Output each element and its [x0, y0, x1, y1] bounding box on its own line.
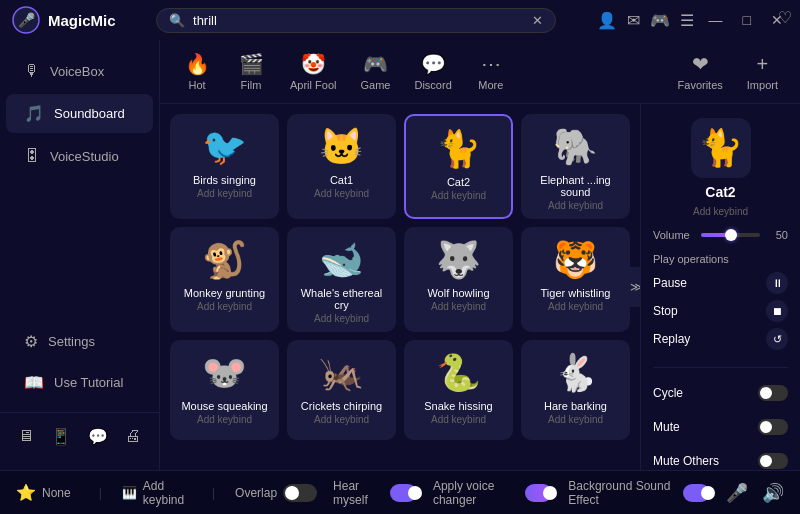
birds-keybind[interactable]: Add keybind [197, 188, 252, 199]
settings-icon: ⚙ [24, 332, 38, 351]
monkey-keybind[interactable]: Add keybind [197, 301, 252, 312]
sound-grid-container: 🐦 Birds singing Add keybind 🐱 Cat1 Add k… [160, 104, 640, 470]
add-keybind-button[interactable]: 🎹 Add keybind [122, 479, 192, 507]
wolf-keybind[interactable]: Add keybind [431, 301, 486, 312]
tab-more[interactable]: ⋯ More [466, 48, 516, 95]
tab-import[interactable]: + Import [737, 49, 788, 95]
mute-others-row: Mute Others [653, 450, 788, 470]
sound-card-cat2[interactable]: 🐈 Cat2 Add keybind [404, 114, 513, 219]
hare-keybind[interactable]: Add keybind [548, 414, 603, 425]
cat1-keybind[interactable]: Add keybind [314, 188, 369, 199]
print-icon[interactable]: 🖨 [121, 423, 145, 450]
mouse-keybind[interactable]: Add keybind [197, 414, 252, 425]
apply-voice-toggle[interactable] [525, 484, 552, 502]
monkey-emoji: 🐒 [202, 239, 247, 281]
tiger-keybind[interactable]: Add keybind [548, 301, 603, 312]
clear-search-icon[interactable]: ✕ [532, 13, 543, 28]
hare-title: Hare barking [544, 400, 607, 412]
category-tabs: 🔥 Hot 🎬 Film 🤡 April Fool 🎮 Game 💬 Disco… [160, 40, 800, 104]
crickets-keybind[interactable]: Add keybind [314, 414, 369, 425]
tab-favorites[interactable]: ❤ Favorites [668, 48, 733, 95]
stop-button[interactable]: ⏹ [766, 300, 788, 322]
tab-game[interactable]: 🎮 Game [350, 48, 400, 95]
sidebar-bottom-icons: 🖥 📱 💬 🖨 [0, 412, 159, 450]
sound-card-elephant[interactable]: 🐘 Elephant ...ing sound Add keybind [521, 114, 630, 219]
bottom-bar: ⭐ None | 🎹 Add keybind | Overlap Hear my… [0, 470, 800, 514]
sidebar-item-voicebox[interactable]: 🎙 VoiceBox [6, 52, 153, 90]
cycle-toggle[interactable] [758, 385, 788, 401]
voicebox-icon: 🎙 [24, 62, 40, 80]
game-icon[interactable]: 🎮 [650, 11, 670, 30]
volume-thumb[interactable] [725, 229, 737, 241]
overlap-toggle[interactable] [283, 484, 317, 502]
detail-panel: ♡ 🐈 Cat2 Add keybind Volume 50 [640, 104, 800, 470]
sidebar-label-voicestudio: VoiceStudio [50, 149, 119, 164]
content-area: 🔥 Hot 🎬 Film 🤡 April Fool 🎮 Game 💬 Disco… [160, 40, 800, 470]
snake-keybind[interactable]: Add keybind [431, 414, 486, 425]
volume-slider[interactable] [701, 233, 760, 237]
sound-card-crickets[interactable]: 🦗 Crickets chirping Add keybind [287, 340, 396, 440]
tab-discord[interactable]: 💬 Discord [404, 48, 461, 95]
expand-panel-button[interactable]: ≫ [626, 267, 640, 307]
divider [653, 367, 788, 368]
snake-title: Snake hissing [424, 400, 493, 412]
volume-value: 50 [768, 229, 788, 241]
user-icon[interactable]: 👤 [597, 11, 617, 30]
hot-icon: 🔥 [185, 52, 210, 76]
search-input[interactable] [193, 13, 524, 28]
sound-card-snake[interactable]: 🐍 Snake hissing Add keybind [404, 340, 513, 440]
svg-text:🎤: 🎤 [18, 12, 36, 29]
sound-card-tiger[interactable]: 🐯 Tiger whistling Add keybind [521, 227, 630, 332]
apply-voice-row: Apply voice changer [433, 479, 552, 507]
pause-button[interactable]: ⏸ [766, 272, 788, 294]
separator2: | [212, 486, 215, 500]
sound-card-hare[interactable]: 🐇 Hare barking Add keybind [521, 340, 630, 440]
menu-icon[interactable]: ☰ [680, 11, 694, 30]
sound-card-cat1[interactable]: 🐱 Cat1 Add keybind [287, 114, 396, 219]
sidebar-item-voicestudio[interactable]: 🎛 VoiceStudio [6, 137, 153, 175]
replay-button[interactable]: ↺ [766, 328, 788, 350]
sound-card-mouse[interactable]: 🐭 Mouse squeaking Add keybind [170, 340, 279, 440]
detail-keybind[interactable]: Add keybind [693, 206, 748, 217]
hear-myself-toggle[interactable] [390, 484, 417, 502]
sound-area: 🐦 Birds singing Add keybind 🐱 Cat1 Add k… [160, 104, 800, 470]
sound-grid: 🐦 Birds singing Add keybind 🐱 Cat1 Add k… [170, 114, 630, 440]
sound-card-monkey[interactable]: 🐒 Monkey grunting Add keybind [170, 227, 279, 332]
mute-row: Mute [653, 416, 788, 438]
speaker-icon[interactable]: 🔊 [762, 482, 784, 504]
mail-icon[interactable]: ✉ [627, 11, 640, 30]
tab-film[interactable]: 🎬 Film [226, 48, 276, 95]
sidebar: 🎙 VoiceBox 🎵 Soundboard 🎛 VoiceStudio ⚙ … [0, 40, 160, 470]
import-icon: + [757, 53, 769, 76]
chat-icon[interactable]: 💬 [84, 423, 112, 450]
tab-favorites-label: Favorites [678, 79, 723, 91]
tab-film-label: Film [241, 79, 262, 91]
mouse-emoji: 🐭 [202, 352, 247, 394]
sound-card-whale[interactable]: 🐋 Whale's ethereal cry Add keybind [287, 227, 396, 332]
detail-volume: Volume 50 [653, 229, 788, 241]
tab-hot[interactable]: 🔥 Hot [172, 48, 222, 95]
sidebar-item-tutorial[interactable]: 📖 Use Tutorial [6, 363, 153, 402]
sound-card-birds[interactable]: 🐦 Birds singing Add keybind [170, 114, 279, 219]
screen-icon[interactable]: 🖥 [14, 423, 38, 450]
whale-keybind[interactable]: Add keybind [314, 313, 369, 324]
microphone-icon[interactable]: 🎤 [726, 482, 748, 504]
whale-emoji: 🐋 [319, 239, 364, 281]
tab-april-fool[interactable]: 🤡 April Fool [280, 48, 346, 95]
elephant-keybind[interactable]: Add keybind [548, 200, 603, 211]
sidebar-settings-label: Settings [48, 334, 95, 349]
sound-card-wolf[interactable]: 🐺 Wolf howling Add keybind [404, 227, 513, 332]
hear-myself-toggle-dot [408, 486, 422, 500]
maximize-button[interactable]: □ [738, 10, 756, 30]
mute-others-toggle[interactable] [758, 453, 788, 469]
sidebar-item-settings[interactable]: ⚙ Settings [6, 322, 153, 361]
mute-toggle[interactable] [758, 419, 788, 435]
tiger-emoji: 🐯 [553, 239, 598, 281]
background-sound-toggle[interactable] [683, 484, 710, 502]
sidebar-item-soundboard[interactable]: 🎵 Soundboard [6, 94, 153, 133]
minimize-button[interactable]: — [704, 10, 728, 30]
cat2-keybind[interactable]: Add keybind [431, 190, 486, 201]
replay-row: Replay ↺ [653, 325, 788, 353]
mobile-icon[interactable]: 📱 [47, 423, 75, 450]
title-bar: 🎤 MagicMic 🔍 ✕ 👤 ✉ 🎮 ☰ — □ ✕ [0, 0, 800, 40]
